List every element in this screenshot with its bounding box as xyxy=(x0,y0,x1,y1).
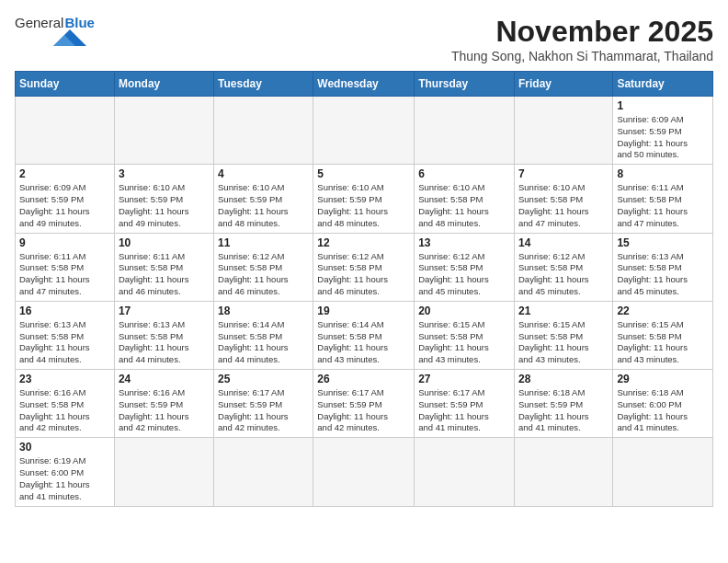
day-number: 10 xyxy=(119,236,210,249)
day-number: 17 xyxy=(119,304,210,317)
calendar-cell: 24Sunrise: 6:16 AM Sunset: 5:59 PM Dayli… xyxy=(114,370,213,438)
day-content: Sunrise: 6:17 AM Sunset: 5:59 PM Dayligh… xyxy=(218,387,309,434)
day-content: Sunrise: 6:09 AM Sunset: 5:59 PM Dayligh… xyxy=(617,114,709,161)
day-content: Sunrise: 6:10 AM Sunset: 5:58 PM Dayligh… xyxy=(418,182,510,229)
day-content: Sunrise: 6:15 AM Sunset: 5:58 PM Dayligh… xyxy=(617,319,709,366)
day-number: 2 xyxy=(19,167,110,180)
day-number: 21 xyxy=(518,304,609,317)
calendar-cell: 17Sunrise: 6:13 AM Sunset: 5:58 PM Dayli… xyxy=(114,301,213,369)
day-number: 4 xyxy=(218,167,309,180)
logo-icon xyxy=(53,29,86,47)
day-content: Sunrise: 6:16 AM Sunset: 5:58 PM Dayligh… xyxy=(19,387,110,434)
day-number: 20 xyxy=(418,304,510,317)
calendar-cell: 10Sunrise: 6:11 AM Sunset: 5:58 PM Dayli… xyxy=(114,233,213,301)
calendar-cell xyxy=(514,97,612,165)
calendar-cell xyxy=(415,438,515,506)
calendar-cell: 28Sunrise: 6:18 AM Sunset: 5:59 PM Dayli… xyxy=(514,370,612,438)
day-number: 26 xyxy=(317,373,410,385)
calendar-cell: 27Sunrise: 6:17 AM Sunset: 5:59 PM Dayli… xyxy=(415,370,515,438)
calendar-cell: 6Sunrise: 6:10 AM Sunset: 5:58 PM Daylig… xyxy=(415,165,515,233)
calendar-cell xyxy=(214,97,313,165)
calendar-cell: 5Sunrise: 6:10 AM Sunset: 5:59 PM Daylig… xyxy=(313,165,415,233)
day-number: 19 xyxy=(317,304,410,317)
day-content: Sunrise: 6:13 AM Sunset: 5:58 PM Dayligh… xyxy=(19,319,110,366)
calendar-week-3: 9Sunrise: 6:11 AM Sunset: 5:58 PM Daylig… xyxy=(16,233,713,301)
calendar-cell xyxy=(114,97,213,165)
day-number: 3 xyxy=(119,167,210,180)
calendar-cell xyxy=(613,438,713,506)
weekday-header-thursday: Thursday xyxy=(415,72,515,97)
calendar-cell: 14Sunrise: 6:12 AM Sunset: 5:58 PM Dayli… xyxy=(514,233,612,301)
day-number: 22 xyxy=(617,304,709,317)
weekday-header-sunday: Sunday xyxy=(16,72,115,97)
calendar-week-4: 16Sunrise: 6:13 AM Sunset: 5:58 PM Dayli… xyxy=(16,301,713,369)
day-number: 1 xyxy=(617,99,709,112)
calendar-cell: 11Sunrise: 6:12 AM Sunset: 5:58 PM Dayli… xyxy=(214,233,313,301)
day-content: Sunrise: 6:13 AM Sunset: 5:58 PM Dayligh… xyxy=(119,319,210,366)
day-number: 24 xyxy=(119,373,210,385)
calendar-week-5: 23Sunrise: 6:16 AM Sunset: 5:58 PM Dayli… xyxy=(16,370,713,438)
calendar-week-2: 2Sunrise: 6:09 AM Sunset: 5:59 PM Daylig… xyxy=(16,165,713,233)
day-number: 16 xyxy=(19,304,110,317)
day-number: 14 xyxy=(518,236,609,249)
day-number: 30 xyxy=(19,441,110,454)
calendar-cell xyxy=(114,438,213,506)
calendar-cell: 21Sunrise: 6:15 AM Sunset: 5:58 PM Dayli… xyxy=(514,301,612,369)
day-content: Sunrise: 6:16 AM Sunset: 5:59 PM Dayligh… xyxy=(119,387,210,434)
day-content: Sunrise: 6:13 AM Sunset: 5:58 PM Dayligh… xyxy=(617,251,709,298)
day-content: Sunrise: 6:10 AM Sunset: 5:58 PM Dayligh… xyxy=(518,182,609,229)
day-number: 23 xyxy=(19,373,110,385)
calendar-cell: 23Sunrise: 6:16 AM Sunset: 5:58 PM Dayli… xyxy=(16,370,115,438)
calendar-cell: 13Sunrise: 6:12 AM Sunset: 5:58 PM Dayli… xyxy=(415,233,515,301)
day-content: Sunrise: 6:18 AM Sunset: 6:00 PM Dayligh… xyxy=(617,387,709,434)
calendar-cell: 16Sunrise: 6:13 AM Sunset: 5:58 PM Dayli… xyxy=(16,301,115,369)
day-content: Sunrise: 6:09 AM Sunset: 5:59 PM Dayligh… xyxy=(19,182,110,229)
calendar-cell: 7Sunrise: 6:10 AM Sunset: 5:58 PM Daylig… xyxy=(514,165,612,233)
calendar-cell: 15Sunrise: 6:13 AM Sunset: 5:58 PM Dayli… xyxy=(613,233,713,301)
day-content: Sunrise: 6:10 AM Sunset: 5:59 PM Dayligh… xyxy=(119,182,210,229)
calendar-cell xyxy=(214,438,313,506)
day-content: Sunrise: 6:14 AM Sunset: 5:58 PM Dayligh… xyxy=(317,319,410,366)
day-content: Sunrise: 6:12 AM Sunset: 5:58 PM Dayligh… xyxy=(317,251,410,298)
weekday-header-row: SundayMondayTuesdayWednesdayThursdayFrid… xyxy=(16,72,713,97)
location-title: Thung Song, Nakhon Si Thammarat, Thailan… xyxy=(451,49,713,63)
day-content: Sunrise: 6:17 AM Sunset: 5:59 PM Dayligh… xyxy=(317,387,410,434)
calendar-cell: 18Sunrise: 6:14 AM Sunset: 5:58 PM Dayli… xyxy=(214,301,313,369)
day-number: 27 xyxy=(418,373,510,385)
day-number: 25 xyxy=(218,373,309,385)
day-content: Sunrise: 6:18 AM Sunset: 5:59 PM Dayligh… xyxy=(518,387,609,434)
day-content: Sunrise: 6:15 AM Sunset: 5:58 PM Dayligh… xyxy=(518,319,609,366)
page-header: General Blue November 2025 Thung Song, N… xyxy=(15,15,713,63)
day-content: Sunrise: 6:15 AM Sunset: 5:58 PM Dayligh… xyxy=(418,319,510,366)
weekday-header-friday: Friday xyxy=(514,72,612,97)
calendar-cell xyxy=(16,97,115,165)
day-content: Sunrise: 6:11 AM Sunset: 5:58 PM Dayligh… xyxy=(19,251,110,298)
calendar-cell: 4Sunrise: 6:10 AM Sunset: 5:59 PM Daylig… xyxy=(214,165,313,233)
weekday-header-wednesday: Wednesday xyxy=(313,72,415,97)
weekday-header-tuesday: Tuesday xyxy=(214,72,313,97)
calendar-cell xyxy=(313,97,415,165)
calendar-cell: 9Sunrise: 6:11 AM Sunset: 5:58 PM Daylig… xyxy=(16,233,115,301)
day-number: 8 xyxy=(617,167,709,180)
calendar-cell: 19Sunrise: 6:14 AM Sunset: 5:58 PM Dayli… xyxy=(313,301,415,369)
title-area: November 2025 Thung Song, Nakhon Si Tham… xyxy=(451,15,713,63)
logo: General Blue xyxy=(15,15,95,47)
calendar-cell: 12Sunrise: 6:12 AM Sunset: 5:58 PM Dayli… xyxy=(313,233,415,301)
calendar-cell: 1Sunrise: 6:09 AM Sunset: 5:59 PM Daylig… xyxy=(613,97,713,165)
calendar-week-1: 1Sunrise: 6:09 AM Sunset: 5:59 PM Daylig… xyxy=(16,97,713,165)
day-number: 28 xyxy=(518,373,609,385)
weekday-header-monday: Monday xyxy=(114,72,213,97)
day-content: Sunrise: 6:11 AM Sunset: 5:58 PM Dayligh… xyxy=(617,182,709,229)
day-number: 7 xyxy=(518,167,609,180)
day-number: 6 xyxy=(418,167,510,180)
day-number: 29 xyxy=(617,373,709,385)
calendar-cell xyxy=(514,438,612,506)
day-number: 13 xyxy=(418,236,510,249)
calendar-week-6: 30Sunrise: 6:19 AM Sunset: 6:00 PM Dayli… xyxy=(16,438,713,506)
calendar-cell: 26Sunrise: 6:17 AM Sunset: 5:59 PM Dayli… xyxy=(313,370,415,438)
day-number: 5 xyxy=(317,167,410,180)
day-content: Sunrise: 6:14 AM Sunset: 5:58 PM Dayligh… xyxy=(218,319,309,366)
day-content: Sunrise: 6:10 AM Sunset: 5:59 PM Dayligh… xyxy=(218,182,309,229)
calendar-cell: 22Sunrise: 6:15 AM Sunset: 5:58 PM Dayli… xyxy=(613,301,713,369)
calendar-cell: 25Sunrise: 6:17 AM Sunset: 5:59 PM Dayli… xyxy=(214,370,313,438)
